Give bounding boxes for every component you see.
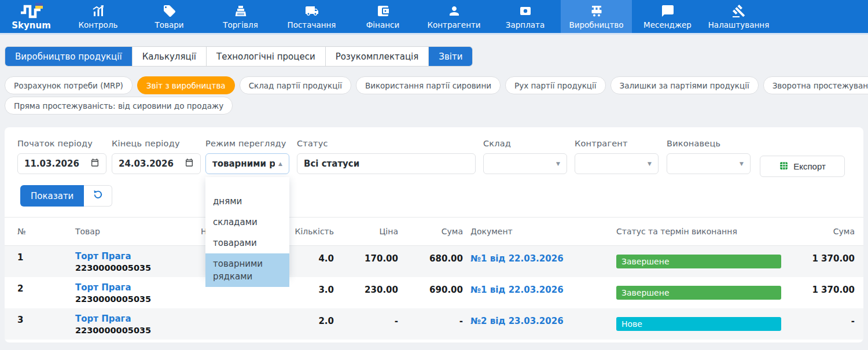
nav-item-messenger[interactable]: Месенджер <box>632 0 703 33</box>
chip-batch-stock[interactable]: Склад партії продукції <box>240 76 351 94</box>
tab-disassembly[interactable]: Розукомплектація <box>326 47 429 66</box>
filter-warehouse: Склад ▼ <box>483 139 567 174</box>
filter-label: Режим перегляду <box>205 139 289 148</box>
chevron-down-icon: ▼ <box>556 161 560 167</box>
nav-item-label: Зарплата <box>506 20 545 30</box>
report-chips-row-2: Пряма простежуваність: від сировини до п… <box>5 97 233 115</box>
tab-calculations[interactable]: Калькуляції <box>133 47 207 66</box>
table-row[interactable]: 3 Торт Прага 2230000005035 2.0 - - №2 ві… <box>5 308 863 340</box>
table-row[interactable]: 2 Торт Прага 2230000005035 3.0 230.00 69… <box>5 277 863 308</box>
nav-item-salary[interactable]: Зарплата <box>490 0 561 33</box>
contractor-select[interactable]: ▼ <box>575 153 659 174</box>
chip-backward-traceability[interactable]: Зворотна простежуваність: від продажу до… <box>763 76 868 94</box>
chip-production-report[interactable]: Звіт з виробництва <box>137 76 235 94</box>
skynum-pulse-icon <box>16 2 46 20</box>
warehouse-select[interactable]: ▼ <box>483 153 567 174</box>
column-header-total: Сума <box>775 227 855 236</box>
status-input[interactable]: Всі статуси <box>297 153 476 174</box>
nav-item-supply[interactable]: Постачання <box>276 0 347 33</box>
nav-item-production[interactable]: Виробництво <box>561 0 632 33</box>
document-link[interactable]: №1 від 22.03.2026 <box>470 253 564 264</box>
gavel-icon <box>732 3 746 19</box>
view-mode-select[interactable]: товарними ря... ▲ <box>205 153 289 174</box>
executor-select[interactable]: ▼ <box>667 153 751 174</box>
tab-reports[interactable]: Звіти <box>429 47 472 66</box>
filter-period-end: Кінець періоду 24.03.2026 <box>112 139 201 174</box>
nav-item-label: Товари <box>155 20 183 30</box>
calendar-icon <box>185 158 194 170</box>
column-header-status: Статус та термін виконання <box>616 227 737 236</box>
filter-label: Початок періоду <box>17 139 106 148</box>
chat-icon <box>661 3 675 19</box>
chart-growth-icon <box>91 3 105 19</box>
dropdown-option-products[interactable]: товарами <box>205 233 289 253</box>
tag-icon <box>163 3 176 19</box>
wallet-icon <box>376 3 390 19</box>
dropdown-option-warehouses[interactable]: складами <box>205 212 289 233</box>
show-button[interactable]: Показати <box>20 185 84 207</box>
nav-item-label: Контрагенти <box>427 20 480 30</box>
product-barcode: 2230000005035 <box>75 263 151 272</box>
document-link[interactable]: №2 від 23.03.2026 <box>470 316 564 326</box>
product-barcode: 2230000005035 <box>75 326 151 335</box>
person-icon <box>447 3 461 19</box>
export-button[interactable]: Експорт <box>760 156 845 177</box>
nav-items: Контроль Товари Торгівля Постачання <box>62 0 868 33</box>
calendar-icon <box>90 158 100 170</box>
period-start-input[interactable]: 11.03.2026 <box>17 153 106 174</box>
product-link[interactable]: Торт Прага <box>75 251 151 261</box>
salary-icon <box>518 3 532 19</box>
filter-status: Статус Всі статуси <box>297 139 476 174</box>
nav-item-finance[interactable]: Фінанси <box>347 0 418 33</box>
nav-item-label: Торгівля <box>223 20 258 30</box>
brand-name: Skynum <box>12 20 51 31</box>
tab-production-products[interactable]: Виробництво продукції <box>5 47 133 66</box>
filter-label: Контрагент <box>575 139 659 148</box>
show-controls: Показати <box>20 185 112 207</box>
nav-item-label: Виробництво <box>569 20 623 30</box>
product-link[interactable]: Торт Прага <box>75 314 151 324</box>
product-link[interactable]: Торт Прага <box>75 282 151 293</box>
chip-forward-traceability[interactable]: Пряма простежуваність: від сировини до п… <box>5 97 233 115</box>
truck-icon <box>305 3 319 19</box>
status-badge: Завершене <box>616 255 781 268</box>
refresh-button[interactable] <box>84 185 112 207</box>
spreadsheet-icon <box>779 161 789 172</box>
dropdown-option-days[interactable]: днями <box>205 191 289 212</box>
dropdown-option-product-rows[interactable]: товарними рядками <box>205 253 289 287</box>
column-header-num: № <box>17 227 26 236</box>
nav-item-trade[interactable]: Торгівля <box>205 0 276 33</box>
column-header-doc: Документ <box>470 227 513 236</box>
chip-mrp[interactable]: Розрахунок потреби (MRP) <box>5 76 133 94</box>
filter-label: Виконавець <box>667 139 751 148</box>
report-chips-row-1: Розрахунок потреби (MRP) Звіт з виробниц… <box>5 76 868 94</box>
table-row[interactable]: 1 Торт Прага 2230000005035 4.0 170.00 68… <box>5 246 863 277</box>
nav-item-goods[interactable]: Товари <box>134 0 205 33</box>
chip-batch-movement[interactable]: Рух партії продукції <box>505 76 606 94</box>
filter-period-start: Початок періоду 11.03.2026 <box>17 139 106 174</box>
filter-label: Кінець періоду <box>112 139 201 148</box>
filter-executor: Виконавець ▼ <box>667 139 751 174</box>
chip-batch-balances[interactable]: Залишки за партіями продукції <box>610 76 759 94</box>
brand-logo[interactable]: Skynum <box>0 0 62 33</box>
view-mode-dropdown: днями складами товарами товарними рядкам… <box>205 177 289 277</box>
product-cell: Торт Прага 2230000005035 <box>75 251 151 272</box>
nav-item-label: Постачання <box>288 20 336 30</box>
tab-tech-processes[interactable]: Технологічні процеси <box>207 47 326 66</box>
nav-item-contractors[interactable]: Контрагенти <box>418 0 490 33</box>
column-header-sum: Сума <box>388 227 463 236</box>
chip-raw-batch-usage[interactable]: Використання партії сировини <box>356 76 501 94</box>
nav-item-control[interactable]: Контроль <box>62 0 134 33</box>
document-link[interactable]: №1 від 22.03.2026 <box>470 285 564 295</box>
filter-contractor: Контрагент ▼ <box>575 139 659 174</box>
status-badge: Нове <box>616 317 781 331</box>
chevron-down-icon: ▼ <box>740 161 744 167</box>
product-cell: Торт Прага 2230000005035 <box>75 282 151 304</box>
top-nav: Skynum Контроль Товари Торгівля <box>0 0 868 35</box>
chevron-down-icon: ▼ <box>648 161 652 167</box>
nav-item-label: Налаштування <box>708 20 770 30</box>
nav-item-settings[interactable]: Налаштування <box>703 0 774 33</box>
app-root: Skynum Контроль Товари Торгівля <box>0 0 868 350</box>
filter-label: Статус <box>297 139 476 148</box>
period-end-input[interactable]: 24.03.2026 <box>112 153 201 174</box>
